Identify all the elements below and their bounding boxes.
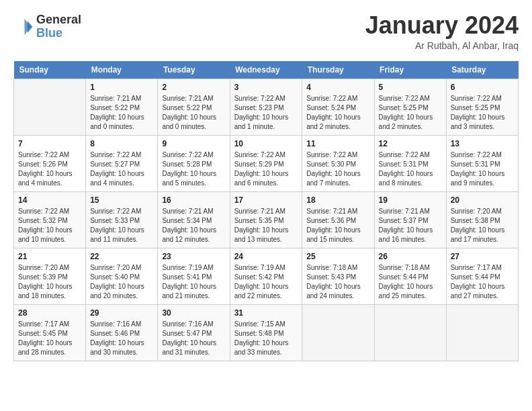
day-number: 31 — [234, 308, 298, 318]
day-info: Sunrise: 7:17 AMSunset: 5:44 PMDaylight:… — [451, 263, 514, 301]
col-wednesday: Wednesday — [230, 61, 302, 79]
logo-line1: General — [36, 13, 81, 27]
calendar-cell: 4Sunrise: 7:22 AMSunset: 5:24 PMDaylight… — [302, 79, 374, 136]
day-number: 22 — [90, 252, 153, 261]
title-section: January 2024 Ar Rutbah, Al Anbar, Iraq — [365, 13, 519, 51]
day-info: Sunrise: 7:22 AMSunset: 5:25 PMDaylight:… — [451, 94, 514, 132]
day-info: Sunrise: 7:21 AMSunset: 5:35 PMDaylight:… — [234, 207, 298, 244]
calendar-week-row: 7Sunrise: 7:22 AMSunset: 5:26 PMDaylight… — [14, 136, 519, 192]
calendar-cell: 30Sunrise: 7:16 AMSunset: 5:47 PMDayligh… — [158, 305, 230, 361]
day-info: Sunrise: 7:22 AMSunset: 5:23 PMDaylight:… — [234, 94, 298, 132]
calendar-table: Sunday Monday Tuesday Wednesday Thursday… — [13, 61, 519, 361]
day-info: Sunrise: 7:21 AMSunset: 5:37 PMDaylight:… — [379, 207, 442, 244]
calendar-cell: 22Sunrise: 7:20 AMSunset: 5:40 PMDayligh… — [86, 248, 158, 305]
calendar-cell: 19Sunrise: 7:21 AMSunset: 5:37 PMDayligh… — [374, 192, 446, 248]
calendar-cell — [14, 79, 86, 136]
col-tuesday: Tuesday — [158, 61, 230, 79]
day-info: Sunrise: 7:18 AMSunset: 5:43 PMDaylight:… — [306, 263, 369, 301]
day-info: Sunrise: 7:21 AMSunset: 5:22 PMDaylight:… — [162, 94, 225, 132]
day-info: Sunrise: 7:21 AMSunset: 5:34 PMDaylight:… — [162, 207, 225, 244]
day-number: 6 — [451, 83, 514, 92]
calendar-cell: 29Sunrise: 7:16 AMSunset: 5:46 PMDayligh… — [86, 305, 158, 361]
day-info: Sunrise: 7:21 AMSunset: 5:36 PMDaylight:… — [306, 207, 369, 244]
day-number: 19 — [379, 195, 442, 205]
calendar-cell: 27Sunrise: 7:17 AMSunset: 5:44 PMDayligh… — [446, 248, 518, 305]
day-number: 26 — [379, 252, 442, 261]
calendar-cell: 8Sunrise: 7:22 AMSunset: 5:27 PMDaylight… — [86, 136, 158, 192]
day-number: 11 — [306, 139, 369, 148]
calendar-cell — [374, 305, 446, 361]
calendar-cell: 28Sunrise: 7:17 AMSunset: 5:45 PMDayligh… — [14, 305, 86, 361]
calendar-cell: 20Sunrise: 7:20 AMSunset: 5:38 PMDayligh… — [446, 192, 518, 248]
calendar-cell: 5Sunrise: 7:22 AMSunset: 5:25 PMDaylight… — [374, 79, 446, 136]
calendar-cell: 12Sunrise: 7:22 AMSunset: 5:31 PMDayligh… — [374, 136, 446, 192]
calendar-cell: 11Sunrise: 7:22 AMSunset: 5:30 PMDayligh… — [302, 136, 374, 192]
day-info: Sunrise: 7:20 AMSunset: 5:38 PMDaylight:… — [451, 207, 514, 244]
day-number: 9 — [162, 139, 225, 148]
col-monday: Monday — [86, 61, 158, 79]
calendar-body: 1Sunrise: 7:21 AMSunset: 5:22 PMDaylight… — [14, 79, 519, 361]
day-number: 28 — [18, 308, 81, 318]
day-info: Sunrise: 7:17 AMSunset: 5:45 PMDaylight:… — [18, 320, 81, 357]
col-thursday: Thursday — [302, 61, 374, 79]
calendar-cell: 10Sunrise: 7:22 AMSunset: 5:29 PMDayligh… — [230, 136, 302, 192]
calendar-cell: 9Sunrise: 7:22 AMSunset: 5:28 PMDaylight… — [158, 136, 230, 192]
calendar-cell: 6Sunrise: 7:22 AMSunset: 5:25 PMDaylight… — [446, 79, 518, 136]
calendar-cell: 1Sunrise: 7:21 AMSunset: 5:22 PMDaylight… — [86, 79, 158, 136]
calendar-cell: 16Sunrise: 7:21 AMSunset: 5:34 PMDayligh… — [158, 192, 230, 248]
day-info: Sunrise: 7:21 AMSunset: 5:22 PMDaylight:… — [90, 94, 153, 132]
day-info: Sunrise: 7:22 AMSunset: 5:28 PMDaylight:… — [162, 150, 225, 188]
day-info: Sunrise: 7:22 AMSunset: 5:25 PMDaylight:… — [379, 94, 442, 132]
day-number: 30 — [162, 308, 225, 318]
day-number: 15 — [90, 195, 153, 205]
calendar-cell: 2Sunrise: 7:21 AMSunset: 5:22 PMDaylight… — [158, 79, 230, 136]
calendar-week-row: 1Sunrise: 7:21 AMSunset: 5:22 PMDaylight… — [14, 79, 519, 136]
day-info: Sunrise: 7:22 AMSunset: 5:27 PMDaylight:… — [90, 150, 153, 188]
calendar-cell: 14Sunrise: 7:22 AMSunset: 5:32 PMDayligh… — [14, 192, 86, 248]
day-info: Sunrise: 7:22 AMSunset: 5:32 PMDaylight:… — [18, 207, 81, 244]
day-info: Sunrise: 7:19 AMSunset: 5:41 PMDaylight:… — [162, 263, 225, 301]
calendar-cell: 3Sunrise: 7:22 AMSunset: 5:23 PMDaylight… — [230, 79, 302, 136]
day-info: Sunrise: 7:19 AMSunset: 5:42 PMDaylight:… — [234, 263, 298, 301]
calendar-cell: 24Sunrise: 7:19 AMSunset: 5:42 PMDayligh… — [230, 248, 302, 305]
day-info: Sunrise: 7:16 AMSunset: 5:47 PMDaylight:… — [162, 320, 225, 357]
day-number: 29 — [90, 308, 153, 318]
day-info: Sunrise: 7:22 AMSunset: 5:30 PMDaylight:… — [306, 150, 369, 188]
day-number: 25 — [306, 252, 369, 261]
day-number: 16 — [162, 195, 225, 205]
day-number: 27 — [451, 252, 514, 261]
day-number: 12 — [379, 139, 442, 148]
day-number: 5 — [379, 83, 442, 92]
day-number: 21 — [18, 252, 81, 261]
calendar-week-row: 14Sunrise: 7:22 AMSunset: 5:32 PMDayligh… — [14, 192, 519, 248]
day-info: Sunrise: 7:22 AMSunset: 5:33 PMDaylight:… — [90, 207, 153, 244]
calendar-cell — [302, 305, 374, 361]
calendar-cell: 31Sunrise: 7:15 AMSunset: 5:48 PMDayligh… — [230, 305, 302, 361]
calendar-cell: 26Sunrise: 7:18 AMSunset: 5:44 PMDayligh… — [374, 248, 446, 305]
day-number: 8 — [90, 139, 153, 148]
col-sunday: Sunday — [14, 61, 86, 79]
day-number: 1 — [90, 83, 153, 92]
calendar-cell: 13Sunrise: 7:22 AMSunset: 5:31 PMDayligh… — [446, 136, 518, 192]
day-number: 18 — [306, 195, 369, 205]
logo: General Blue — [13, 13, 81, 40]
calendar-cell: 21Sunrise: 7:20 AMSunset: 5:39 PMDayligh… — [14, 248, 86, 305]
calendar-week-row: 21Sunrise: 7:20 AMSunset: 5:39 PMDayligh… — [14, 248, 519, 305]
day-info: Sunrise: 7:22 AMSunset: 5:29 PMDaylight:… — [234, 150, 298, 188]
location-subtitle: Ar Rutbah, Al Anbar, Iraq — [365, 40, 519, 51]
calendar-cell: 25Sunrise: 7:18 AMSunset: 5:43 PMDayligh… — [302, 248, 374, 305]
page-header: General Blue January 2024 Ar Rutbah, Al … — [13, 13, 519, 51]
day-info: Sunrise: 7:22 AMSunset: 5:31 PMDaylight:… — [451, 150, 514, 188]
day-number: 20 — [451, 195, 514, 205]
calendar-header: Sunday Monday Tuesday Wednesday Thursday… — [14, 61, 519, 79]
col-saturday: Saturday — [446, 61, 518, 79]
day-number: 13 — [451, 139, 514, 148]
day-number: 7 — [18, 139, 81, 148]
calendar-cell — [446, 305, 518, 361]
day-info: Sunrise: 7:20 AMSunset: 5:40 PMDaylight:… — [90, 263, 153, 301]
header-row: Sunday Monday Tuesday Wednesday Thursday… — [14, 61, 519, 79]
day-number: 2 — [162, 83, 225, 92]
calendar-cell: 15Sunrise: 7:22 AMSunset: 5:33 PMDayligh… — [86, 192, 158, 248]
calendar-cell: 23Sunrise: 7:19 AMSunset: 5:41 PMDayligh… — [158, 248, 230, 305]
day-info: Sunrise: 7:16 AMSunset: 5:46 PMDaylight:… — [90, 320, 153, 357]
